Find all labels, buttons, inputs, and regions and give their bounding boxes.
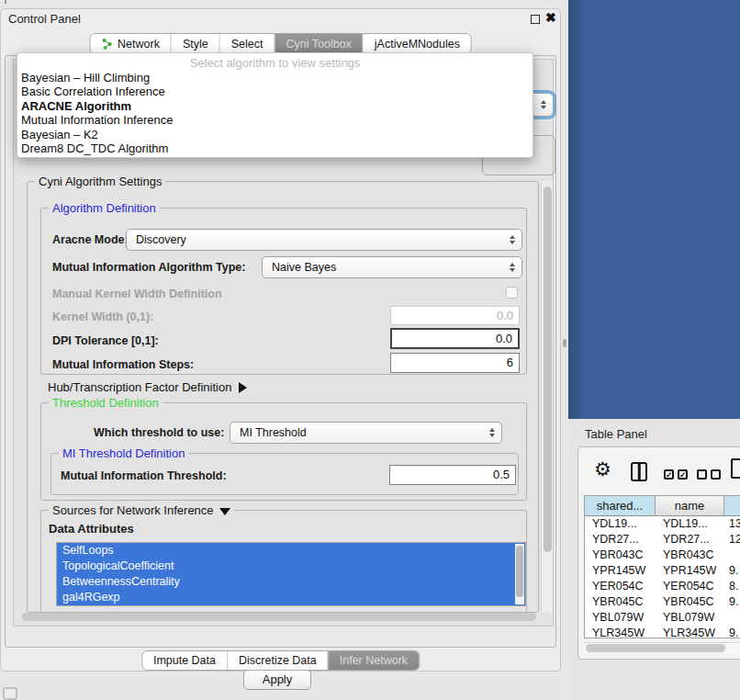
table-row[interactable]: YLR345WYLR345W9. [585,626,740,638]
table-body: YDL19...YDL19...13YDR27...YDR27...12YBR0… [585,516,740,638]
attribute-item[interactable]: gal4RGexp [57,590,525,605]
mi-steps-label: Mutual Information Steps: [52,358,194,371]
tab-impute-data[interactable]: Impute Data [142,651,228,670]
table-cell: YBR043C [656,548,724,563]
table-cell: 8. [724,579,740,594]
table-row[interactable]: YBR045CYBR045C9. [585,594,740,610]
algorithm-option[interactable]: Bayesian – K2 [17,128,533,141]
float-window-icon[interactable] [531,15,540,24]
table-row[interactable]: YDR27...YDR27...12 [585,532,740,548]
table-cell: 12 [724,532,740,548]
table-panel: Table Panel ⚙ ✓✓ shared...name YDL19...Y… [568,419,740,700]
table-cell: YBR045C [585,594,656,610]
aracne-mode-value: Discovery [136,233,186,246]
network-icon [101,38,113,50]
tab-select[interactable]: Select [220,34,275,53]
algorithm-option[interactable]: Basic Correlation Inference [17,85,533,98]
manual-kernel-label: Manual Kernel Width Definition [52,288,222,300]
columns-icon[interactable] [631,462,647,481]
window-edge-artifact [5,0,6,4]
gear-icon[interactable]: ⚙ [594,458,611,480]
table-cell: YBL079W [585,610,656,626]
table-cell: YER054C [656,579,724,594]
table-row[interactable]: YBL079WYBL079W [585,610,740,626]
table-cell: YDR27... [585,532,656,548]
tab-label: Cyni Toolbox [286,38,351,51]
table-header-row: shared...name [585,496,740,516]
table-horizontal-scrollbar[interactable] [584,642,740,653]
combo-stepper-icon [510,263,515,272]
list-scrollbar[interactable] [515,544,524,604]
attribute-item[interactable]: TopologicalCoefficient [57,559,525,574]
table-cell: YBR043C [585,548,656,563]
tab-network[interactable]: Network [90,34,172,53]
apply-button[interactable]: Apply [243,670,311,690]
attribute-item[interactable]: BetweennessCentrality [57,574,525,590]
tab-label: Style [183,38,208,51]
control-panel-title: Control Panel [8,12,81,26]
table-cell: YBL079W [656,610,724,626]
tab-cyni-toolbox[interactable]: Cyni Toolbox [275,34,363,53]
table-panel-window: ⚙ ✓✓ shared...name YDL19...YDL19...13YDR… [577,446,740,660]
tab-discretize-data[interactable]: Discretize Data [228,651,329,670]
table-row[interactable]: YPR145WYPR145W9. [585,563,740,579]
dpi-tolerance-field[interactable]: 0.0 [390,328,520,349]
algorithm-option[interactable]: Dream8 DC_TDC Algorithm [17,141,533,155]
table-row[interactable]: YER054CYER054C8. [585,579,740,594]
algorithm-definition-title: Algorithm Definition [49,201,160,215]
data-attributes-list[interactable]: SelfLoopsTopologicalCoefficientBetweenne… [56,542,526,606]
table-cell: YLR345W [656,626,724,638]
node-attribute-table: shared...name YDL19...YDL19...13YDR27...… [584,495,740,638]
aracne-mode-combo[interactable]: Discovery [126,229,522,251]
table-cell: YLR345W [585,626,656,638]
tab-jactivemnodules[interactable]: jActiveMNodules [364,34,471,53]
column-header[interactable]: shared... [585,496,656,515]
which-threshold-combo[interactable]: MI Threshold [230,422,502,444]
algorithm-option[interactable]: Bayesian – Hill Climbing [17,71,533,85]
tab-infer-network[interactable]: Infer Network [329,651,419,670]
table-cell: 9. [724,626,740,638]
mi-threshold-group-title: MI Threshold Definition [59,446,188,460]
select-all-columns-icon[interactable]: ✓✓ [664,469,688,480]
mi-algorithm-type-combo[interactable]: Naive Bayes [262,256,522,278]
panel-splitter-handle[interactable] [563,339,566,347]
kernel-width-field[interactable]: 0.0 [390,306,520,325]
mi-steps-field[interactable]: 6 [390,353,520,373]
which-threshold-label: Which threshold to use: [94,426,224,439]
which-threshold-value: MI Threshold [240,426,307,439]
table-cell: 9. [724,594,740,610]
deselect-all-columns-icon[interactable] [697,469,721,480]
aracne-mode-label: Aracne Mode: [52,233,129,246]
algorithm-option[interactable]: Mutual Information Inference [17,113,533,127]
column-header[interactable]: name [656,496,724,515]
dropdown-prompt: Select algorithm to view settings [17,55,533,71]
mi-threshold-label: Mutual Information Threshold: [61,469,227,482]
combo-stepper-icon [489,428,495,437]
cyni-algorithm-settings-group: Cyni Algorithm Settings Algorithm Defini… [27,181,539,613]
mi-threshold-field[interactable]: 0.5 [389,465,516,485]
tab-label: Network [118,38,160,51]
algorithm-option[interactable]: ARACNE Algorithm [17,99,533,113]
tab-style[interactable]: Style [172,34,220,53]
attribute-item[interactable]: SelfLoops [57,543,525,559]
close-icon[interactable]: ✖ [545,9,556,26]
table-cell: YPR145W [585,563,656,579]
hub-transcription-section[interactable]: Hub/Transcription Factor Definition [48,380,247,394]
combo-stepper-icon [510,235,515,244]
sources-title[interactable]: Sources for Network Inference [49,503,234,517]
application-window: Control Panel ✖ NetworkStyleSelectCyni T… [0,0,740,700]
column-header[interactable] [724,496,740,515]
settings-horizontal-scrollbar[interactable] [20,612,540,623]
table-cell: YPR145W [656,563,724,579]
table-cell: YBR045C [656,594,724,610]
table-cell: 9. [724,563,740,579]
dock-panel-icon[interactable] [3,687,17,700]
sources-group: Sources for Network Inference Data Attri… [40,510,527,613]
manual-kernel-checkbox[interactable] [506,287,518,299]
combo-stepper-icon [541,100,546,109]
settings-vertical-scrollbar[interactable] [541,181,553,613]
new-table-icon[interactable] [731,458,740,479]
table-row[interactable]: YDL19...YDL19...13 [585,516,740,532]
mi-algorithm-type-label: Mutual Information Algorithm Type: [52,261,245,274]
table-row[interactable]: YBR043CYBR043C [585,548,740,563]
